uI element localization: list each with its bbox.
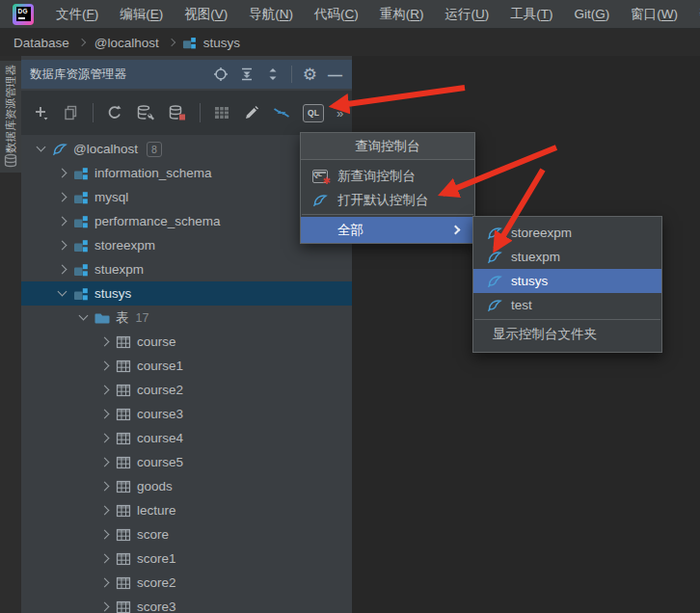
divider [474, 319, 660, 320]
submenu-item-console-selected[interactable]: stusys [473, 269, 661, 293]
chevron-right-icon [56, 215, 69, 228]
chevron-right-icon [98, 360, 112, 373]
query-console-popup: 查询控制台 QL✱ 新查询控制台 打开默认控制台 全部 [300, 132, 475, 244]
schema-squares-icon [73, 214, 89, 229]
menu-navigate[interactable]: 导航(N) [238, 6, 304, 23]
table-grid-icon [116, 383, 131, 398]
tree-item-table[interactable]: course3 [21, 402, 352, 426]
tables-count: 17 [136, 311, 149, 325]
chevron-right-icon [98, 335, 112, 349]
panel-title: 数据库资源管理器 [30, 67, 213, 83]
table-grid-icon [116, 479, 131, 494]
tree-item-table[interactable]: score2 [21, 571, 352, 595]
tree-item-tables-folder[interactable]: 表 17 [21, 306, 352, 330]
menu-edit[interactable]: 编辑(E) [109, 6, 174, 23]
tree-item-table[interactable]: course4 [21, 426, 352, 450]
jump-to-console-button[interactable]: QL [303, 104, 324, 122]
mysql-dolphin-icon [487, 298, 502, 313]
schema-squares-icon [73, 286, 89, 302]
submenu-item-console[interactable]: test [473, 293, 661, 317]
menu-item-all[interactable]: 全部 [301, 217, 474, 243]
table-grid-icon [116, 551, 131, 567]
chevron-right-icon [168, 39, 175, 46]
tree-item-table[interactable]: goods [21, 474, 352, 498]
breadcrumb-server[interactable]: @localhost [93, 36, 161, 50]
divider [302, 214, 473, 215]
submenu-item-show-console-folder[interactable]: 显示控制台文件夹 [473, 322, 661, 347]
submenu-item-console[interactable]: stuexpm [473, 245, 661, 269]
tree-item-schema-selected[interactable]: stusys [21, 281, 352, 306]
add-data-source-icon[interactable] [33, 104, 50, 121]
tree-item-table[interactable]: course1 [21, 354, 352, 378]
divider [291, 66, 292, 83]
menu-git[interactable]: Git(G) [564, 7, 621, 21]
table-view-icon[interactable] [213, 104, 230, 121]
submenu-item-console[interactable]: storeexpm [473, 221, 661, 245]
folder-icon [94, 310, 110, 326]
menu-refactor[interactable]: 重构(R) [369, 6, 435, 23]
menu-item-new-query-console[interactable]: QL✱ 新查询控制台 [301, 164, 474, 188]
tree-item-table[interactable]: score3 [21, 595, 352, 613]
tree-item-table[interactable]: course2 [21, 378, 352, 402]
breadcrumb-database[interactable]: Database [12, 36, 71, 50]
chevron-right-icon [98, 408, 112, 421]
chevron-right-icon [78, 39, 86, 46]
menu-item-open-default-console[interactable]: 打开默认控制台 [301, 188, 474, 212]
menu-help-partial[interactable]: 帮 [688, 6, 700, 23]
tree-item-schema[interactable]: stuexpm [21, 257, 352, 281]
schema-squares-icon [182, 36, 197, 50]
tree-item-table[interactable]: score [21, 522, 352, 546]
chevron-right-icon [56, 239, 69, 253]
menu-file[interactable]: 文件(F) [45, 6, 109, 23]
collapse-all-icon[interactable] [265, 67, 281, 82]
tree-item-table[interactable]: score1 [21, 546, 352, 571]
chevron-right-icon [98, 456, 112, 469]
chevron-right-icon [56, 263, 69, 277]
menu-tools[interactable]: 工具(T) [499, 6, 563, 23]
more-actions-icon[interactable]: » [337, 106, 342, 120]
schema-squares-icon [73, 190, 89, 205]
menu-window[interactable]: 窗口(W) [620, 6, 688, 23]
divider [200, 103, 201, 122]
count-badge: 8 [147, 142, 162, 157]
locate-target-icon[interactable] [213, 67, 229, 82]
table-grid-icon [116, 455, 131, 470]
chevron-right-icon [98, 600, 112, 613]
table-grid-icon [116, 407, 131, 422]
tree-item-table[interactable]: lecture [21, 498, 352, 522]
scroll-from-editor-icon[interactable] [273, 104, 290, 121]
database-explorer-stripe-tab[interactable]: 数据库资源管理器 [0, 61, 21, 173]
chevron-right-icon [56, 191, 69, 204]
breadcrumb: Database @localhost stusys [0, 29, 700, 56]
menu-code[interactable]: 代码(C) [304, 6, 369, 23]
chevron-right-icon [98, 504, 112, 518]
breadcrumb-schema[interactable]: stusys [202, 36, 242, 50]
menu-view[interactable]: 视图(V) [174, 6, 238, 23]
table-grid-icon [116, 431, 131, 446]
submenu-arrow-icon [451, 226, 461, 235]
disconnect-icon[interactable] [168, 104, 187, 121]
data-source-properties-icon[interactable] [136, 104, 155, 121]
gear-icon[interactable]: ⚙ [303, 67, 317, 83]
datagrip-window: DG 文件(F) 编辑(E) 视图(V) 导航(N) 代码(C) 重构(R) 运… [0, 0, 700, 613]
table-grid-icon [116, 334, 131, 350]
datagrip-logo: DG [13, 4, 34, 25]
database-icon [3, 153, 18, 169]
chevron-right-icon [98, 480, 112, 493]
menu-run[interactable]: 运行(U) [435, 6, 500, 23]
tree-item-table[interactable]: course5 [21, 450, 352, 474]
tree-item-table[interactable]: course [21, 330, 352, 354]
edit-pencil-icon[interactable] [243, 104, 260, 121]
chevron-right-icon [98, 384, 112, 397]
mysql-dolphin-icon [487, 226, 502, 241]
panel-toolbar: QL » [21, 91, 352, 135]
mysql-dolphin-icon [487, 250, 502, 265]
hide-panel-icon[interactable]: — [328, 67, 342, 82]
divider [93, 103, 94, 122]
consoles-submenu: storeexpm stuexpm stusys test 显示控制台文件夹 [472, 216, 662, 353]
chevron-down-icon [35, 143, 48, 156]
refresh-icon[interactable] [106, 104, 123, 121]
duplicate-icon[interactable] [63, 104, 80, 121]
expand-all-icon[interactable] [239, 67, 255, 82]
table-grid-icon [116, 503, 131, 519]
